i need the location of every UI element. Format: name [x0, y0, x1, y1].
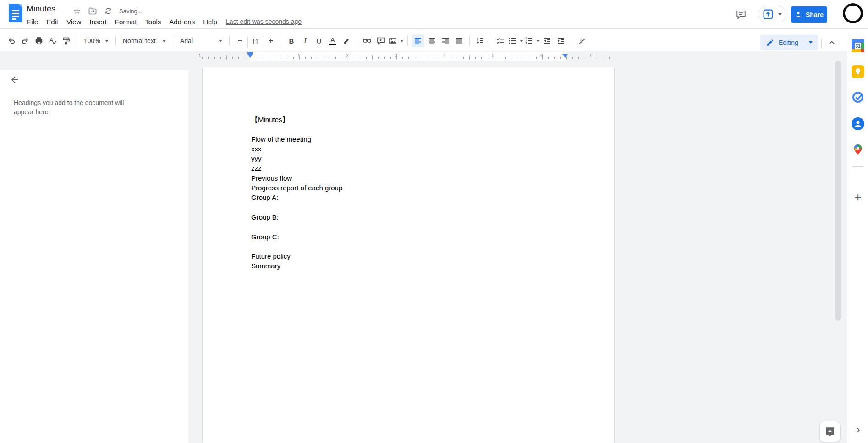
clear-formatting-button[interactable]: T — [575, 34, 588, 47]
toolbar-separator — [281, 36, 281, 46]
print-button[interactable] — [33, 34, 45, 47]
document-page[interactable]: 【Minutes】 Flow of the meetingxxxyyyzzzPr… — [202, 67, 615, 443]
doc-line[interactable]: Future policy — [251, 251, 577, 261]
menu-item[interactable]: Add-ons — [165, 17, 199, 27]
ruler: 1 1234567 — [202, 52, 615, 61]
font-family-select[interactable]: Arial — [177, 34, 225, 47]
doc-line[interactable]: Flow of the meeting — [251, 134, 577, 144]
paragraph-style-select[interactable]: Normal text — [120, 34, 169, 47]
underline-button[interactable]: U — [313, 34, 325, 47]
logo-line — [12, 13, 19, 14]
doc-line[interactable]: Summary — [251, 261, 577, 271]
bold-button[interactable]: B — [285, 34, 298, 47]
toolbar-separator — [173, 36, 173, 46]
font-size-decrease-button[interactable] — [233, 34, 246, 47]
side-panel-divider — [852, 166, 863, 167]
zoom-select[interactable]: 100% — [81, 34, 111, 47]
font-size-value[interactable]: 11 — [247, 36, 263, 47]
menu-item[interactable]: View — [62, 17, 85, 27]
decrease-indent-button[interactable] — [541, 34, 554, 47]
bulleted-list-button[interactable] — [508, 34, 523, 47]
move-to-folder-icon[interactable] — [87, 6, 98, 17]
logo-line — [12, 10, 19, 11]
menu-item[interactable]: Format — [111, 17, 141, 27]
menu-item[interactable]: File — [23, 17, 42, 27]
menu-item[interactable]: Edit — [42, 17, 62, 27]
toolbar-separator — [115, 36, 116, 46]
toolbar: A 100% Normal text Arial — [0, 29, 868, 51]
left-indent-marker[interactable] — [247, 54, 253, 58]
title-actions: ☆ Saving... — [71, 6, 143, 17]
align-right-button[interactable] — [439, 34, 452, 47]
comment-history-icon[interactable] — [734, 8, 748, 22]
tasks-icon[interactable] — [851, 90, 865, 104]
doc-line[interactable] — [251, 124, 577, 134]
hide-menus-button[interactable] — [825, 36, 839, 50]
contacts-icon[interactable] — [851, 117, 865, 131]
maps-icon[interactable] — [851, 143, 865, 156]
menu-item[interactable]: Tools — [141, 17, 165, 27]
doc-line[interactable]: Group A: — [251, 193, 577, 202]
logo-line — [12, 18, 16, 20]
menu-item[interactable]: Help — [199, 17, 221, 27]
align-left-button[interactable] — [412, 34, 424, 47]
align-center-button[interactable] — [425, 34, 438, 47]
doc-line[interactable]: 【Minutes】 — [251, 115, 577, 124]
add-comment-button[interactable] — [374, 34, 387, 47]
doc-line[interactable] — [251, 222, 577, 232]
numbered-list-button[interactable]: 1 2 3 — [524, 34, 540, 47]
document-title-input[interactable]: Minutes — [27, 4, 55, 14]
insert-image-button[interactable] — [388, 34, 404, 47]
doc-line[interactable]: Group C: — [251, 232, 577, 242]
checklist-button[interactable] — [494, 34, 507, 47]
last-edit-link[interactable]: Last edit was seconds ago — [226, 18, 302, 25]
doc-line[interactable]: zzz — [251, 163, 577, 173]
insert-link-button[interactable] — [361, 34, 374, 47]
sync-saving-icon — [103, 6, 114, 17]
doc-line[interactable]: Progress report of each group — [251, 183, 577, 193]
spelling-check-button[interactable]: A — [46, 34, 59, 47]
highlight-color-button[interactable] — [340, 34, 353, 47]
doc-line[interactable]: yyy — [251, 154, 577, 163]
svg-text:A: A — [49, 37, 53, 44]
increase-indent-button[interactable] — [555, 34, 567, 47]
text-color-button[interactable]: A — [326, 34, 339, 47]
line-spacing-button[interactable] — [473, 34, 486, 47]
account-avatar[interactable] — [843, 3, 863, 23]
menu-item[interactable]: Insert — [85, 17, 111, 27]
present-to-meeting-button[interactable] — [758, 6, 786, 22]
right-indent-marker[interactable] — [562, 54, 568, 58]
share-button[interactable]: Share — [791, 6, 827, 23]
vertical-scrollbar-thumb[interactable] — [835, 61, 841, 321]
doc-line[interactable]: xxx — [251, 144, 577, 154]
person-lock-icon — [795, 11, 802, 18]
doc-line[interactable]: Group B: — [251, 212, 577, 222]
doc-line[interactable] — [251, 242, 577, 251]
doc-line[interactable] — [251, 203, 577, 212]
calendar-icon[interactable]: 31 — [851, 39, 865, 53]
first-line-indent-marker[interactable] — [247, 52, 253, 54]
editing-mode-label: Editing — [779, 39, 798, 46]
ruler-inch-label: 2 — [345, 53, 350, 58]
align-justify-button[interactable] — [453, 34, 466, 47]
chevron-down-icon — [778, 13, 782, 16]
explore-star-icon — [824, 426, 836, 437]
google-docs-logo[interactable] — [9, 4, 22, 22]
get-add-ons-button[interactable]: + — [851, 190, 865, 204]
editing-mode-select[interactable]: Editing — [760, 35, 818, 50]
doc-line[interactable]: Previous flow — [251, 173, 577, 183]
share-label: Share — [806, 11, 824, 18]
docs-header: Minutes ☆ Saving... FileEditViewInsertFo… — [0, 0, 868, 28]
toolbar-separator — [469, 36, 470, 46]
chevron-down-icon — [809, 41, 813, 44]
undo-button[interactable] — [5, 34, 18, 47]
keep-icon[interactable] — [851, 65, 865, 78]
paint-format-button[interactable] — [60, 34, 73, 47]
close-outline-button[interactable] — [7, 72, 22, 87]
font-size-increase-button[interactable] — [264, 34, 277, 47]
italic-button[interactable]: I — [299, 34, 312, 47]
redo-button[interactable] — [19, 34, 32, 47]
star-icon[interactable]: ☆ — [71, 6, 82, 17]
close-side-panel-button[interactable] — [851, 423, 865, 437]
explore-button[interactable] — [819, 421, 841, 442]
